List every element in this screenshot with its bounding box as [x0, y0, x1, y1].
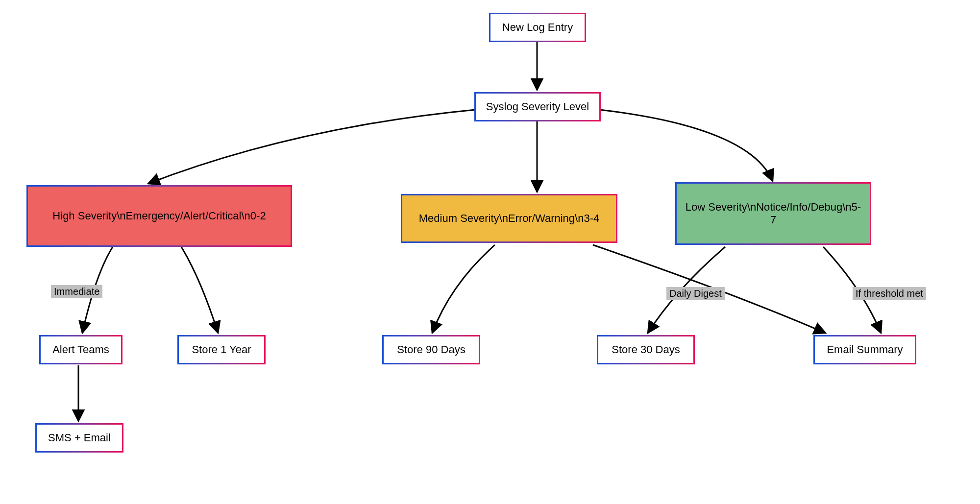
- node-label: Email Summary: [827, 343, 903, 356]
- node-label: Store 1 Year: [192, 343, 251, 356]
- node-label: Medium Severity\nError/Warning\n3-4: [419, 212, 599, 225]
- node-syslog-severity: Syslog Severity Level: [474, 92, 601, 121]
- node-label: New Log Entry: [502, 21, 573, 34]
- edge-label-immediate: Immediate: [51, 285, 102, 298]
- node-label: Alert Teams: [52, 343, 109, 356]
- node-store-30-days: Store 30 Days: [597, 335, 695, 364]
- edge-label-threshold: If threshold met: [853, 287, 926, 300]
- node-label: Store 30 Days: [612, 343, 680, 356]
- node-email-summary: Email Summary: [813, 335, 916, 364]
- node-medium-severity: Medium Severity\nError/Warning\n3-4: [401, 194, 617, 243]
- node-alert-teams: Alert Teams: [39, 335, 122, 364]
- node-store-90-days: Store 90 Days: [382, 335, 480, 364]
- node-label: Low Severity\nNotice/Info/Debug\n5-7: [684, 201, 863, 226]
- node-sms-email: SMS + Email: [35, 423, 123, 453]
- node-label: Store 90 Days: [397, 343, 465, 356]
- node-high-severity: High Severity\nEmergency/Alert/Critical\…: [26, 185, 292, 247]
- node-label: Syslog Severity Level: [486, 100, 589, 113]
- node-new-log-entry: New Log Entry: [489, 13, 586, 42]
- diagram-edges: [0, 0, 980, 504]
- node-label: SMS + Email: [48, 432, 111, 444]
- edge-label-daily-digest: Daily Digest: [666, 287, 725, 300]
- node-store-1-year: Store 1 Year: [177, 335, 266, 364]
- node-label: High Severity\nEmergency/Alert/Critical\…: [52, 210, 266, 222]
- node-low-severity: Low Severity\nNotice/Info/Debug\n5-7: [675, 182, 871, 245]
